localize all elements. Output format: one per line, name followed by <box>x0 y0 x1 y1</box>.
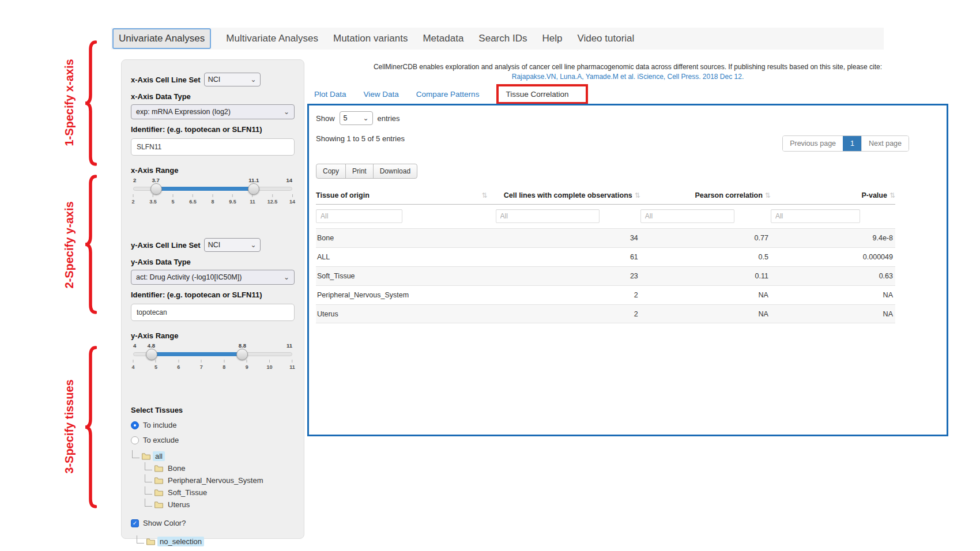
x-data-type-value: exp: mRNA Expression (log2) <box>136 108 231 116</box>
cell-observations: 2 <box>496 310 640 318</box>
y-range-label: y-Axis Range <box>131 331 295 340</box>
table-row[interactable]: Bone 34 0.77 9.4e-8 <box>316 228 895 247</box>
y-range-track[interactable] <box>133 352 292 356</box>
cell-tissue: Uterus <box>316 310 496 318</box>
sort-icon[interactable]: ⇅ <box>635 191 640 199</box>
y-range-fill <box>152 352 242 356</box>
tab-multivariate-analyses[interactable]: Multivariate Analyses <box>226 33 318 44</box>
tree-node-label: Peripheral_Nervous_System <box>165 475 265 485</box>
subtab-plot-data[interactable]: Plot Data <box>314 90 346 99</box>
subtab-view-data[interactable]: View Data <box>364 90 399 99</box>
table-row[interactable]: Peripheral_Nervous_System 2 NA NA <box>316 285 895 304</box>
tissue-correlation-panel: Show 5 ⌄ entries Showing 1 to 5 of 5 ent… <box>307 104 948 436</box>
page-length-select[interactable]: 5 ⌄ <box>340 111 373 125</box>
tissues-exclude-radio[interactable]: To exclude <box>131 436 295 444</box>
checkbox-checked-icon: ✓ <box>131 519 139 527</box>
sort-icon[interactable]: ⇅ <box>481 191 487 199</box>
y-range-handle-high[interactable] <box>236 349 248 360</box>
annotation-brace <box>84 40 97 166</box>
cell-tissue: Bone <box>316 234 496 242</box>
citation-link[interactable]: Rajapakse.VN, Luna.A, Yamade.M et al. iS… <box>307 72 948 82</box>
copy-button[interactable]: Copy <box>316 164 346 179</box>
x-data-type-select[interactable]: exp: mRNA Expression (log2) ⌄ <box>131 104 295 119</box>
column-header-p-value[interactable]: P-value ⇅ <box>771 191 895 199</box>
sort-icon[interactable]: ⇅ <box>889 191 895 199</box>
column-header-cell-lines[interactable]: Cell lines with complete observations ⇅ <box>496 191 640 199</box>
tab-help[interactable]: Help <box>542 33 562 44</box>
chevron-down-icon: ⌄ <box>363 115 368 121</box>
citation: CellMinerCDB enables exploration and ana… <box>307 62 948 82</box>
y-cell-line-set-select[interactable]: NCI ⌄ <box>204 238 261 252</box>
chevron-down-icon: ⌄ <box>251 77 257 82</box>
cell-observations: 23 <box>496 272 640 280</box>
folder-icon <box>146 538 155 545</box>
tree-node-uterus[interactable]: Uterus <box>131 500 295 510</box>
filter-pearson-input[interactable] <box>640 209 734 223</box>
tree-connector <box>145 462 152 470</box>
filter-cell-lines-input[interactable] <box>496 209 600 223</box>
filter-p-value-input[interactable] <box>771 209 861 223</box>
main-nav: Univariate Analyses Multivariate Analyse… <box>111 28 884 50</box>
x-range-slider[interactable]: 2 3.7 11.1 14 2 3.5 5 6.5 8 9.5 11 12.5 … <box>131 177 295 213</box>
x-identifier-input[interactable] <box>131 138 295 156</box>
y-identifier-input[interactable] <box>131 304 295 321</box>
tree-node-label: Soft_Tissue <box>165 488 209 497</box>
previous-page-button[interactable]: Previous page <box>783 136 843 151</box>
y-data-type-value: act: Drug Activity (-log10[IC50M]) <box>136 273 242 281</box>
tree-node-peripheral-nervous-system[interactable]: Peripheral_Nervous_System <box>131 475 295 485</box>
tree-node-all[interactable]: all <box>131 451 295 461</box>
tissue-tree: all Bone Peripheral_Nervous_System Soft_… <box>131 451 295 510</box>
tab-search-ids[interactable]: Search IDs <box>478 33 527 44</box>
y-data-type-select[interactable]: act: Drug Activity (-log10[IC50M]) ⌄ <box>131 270 295 285</box>
y-range-handle-low[interactable] <box>146 349 157 360</box>
cell-observations: 34 <box>496 234 640 242</box>
cell-observations: 61 <box>496 253 640 261</box>
tab-metadata[interactable]: Metadata <box>423 33 463 44</box>
subtab-compare-patterns[interactable]: Compare Patterns <box>416 90 480 99</box>
tree-node-no-selection[interactable]: no_selection <box>135 537 295 546</box>
result-subtabs: Plot Data View Data Compare Patterns Tis… <box>314 81 588 107</box>
cell-pearson: NA <box>640 310 771 318</box>
folder-icon <box>154 477 163 484</box>
export-buttons: Copy Print Download <box>316 164 417 179</box>
subtab-tissue-correlation[interactable]: Tissue Correlation <box>496 84 588 104</box>
table-row[interactable]: Soft_Tissue 23 0.11 0.63 <box>316 266 895 285</box>
show-color-checkbox[interactable]: ✓ Show Color? <box>131 519 295 527</box>
cell-p-value: 0.000049 <box>771 253 895 261</box>
column-header-pearson-correlation[interactable]: Pearson correlation ⇅ <box>640 191 771 199</box>
x-range-handle-low[interactable] <box>150 183 162 195</box>
x-cell-line-set-select[interactable]: NCI ⌄ <box>204 73 261 86</box>
tissues-include-radio[interactable]: To include <box>131 421 295 429</box>
print-button[interactable]: Print <box>345 164 374 179</box>
page-1-button[interactable]: 1 <box>843 136 861 151</box>
chevron-down-icon: ⌄ <box>284 109 289 115</box>
table-row[interactable]: Uterus 2 NA NA <box>316 304 895 323</box>
show-color-label: Show Color? <box>143 519 186 527</box>
folder-icon <box>142 453 150 460</box>
cell-p-value: 0.63 <box>771 272 895 280</box>
tree-connector <box>137 535 144 544</box>
tab-mutation-variants[interactable]: Mutation variants <box>333 33 408 44</box>
column-header-tissue-of-origin[interactable]: Tissue of origin ⇅ <box>316 191 496 199</box>
tab-video-tutorial[interactable]: Video tutorial <box>577 33 634 44</box>
tab-univariate-analyses[interactable]: Univariate Analyses <box>112 28 211 49</box>
cell-pearson: 0.77 <box>640 234 771 242</box>
tree-node-bone[interactable]: Bone <box>131 463 295 473</box>
annotation-step-2: 2-Specify y-axis <box>62 180 76 310</box>
column-label: Tissue of origin <box>316 191 370 199</box>
next-page-button[interactable]: Next page <box>861 136 909 151</box>
tree-node-soft-tissue[interactable]: Soft_Tissue <box>131 488 295 497</box>
y-cell-line-set-value: NCI <box>208 241 221 249</box>
tree-connector <box>145 499 152 507</box>
x-range-handle-high[interactable] <box>248 183 259 195</box>
x-range-track[interactable] <box>133 187 292 191</box>
x-range-ticks: 2 3.5 5 6.5 8 9.5 11 12.5 14 <box>133 194 292 209</box>
select-tissues-title: Select Tissues <box>131 406 295 414</box>
table-row[interactable]: ALL 61 0.5 0.000049 <box>316 247 895 266</box>
y-range-slider[interactable]: 4 4.8 8.8 11 4 5 6 7 8 9 10 11 <box>131 342 295 378</box>
chevron-down-icon: ⌄ <box>284 274 289 280</box>
filter-tissue-input[interactable] <box>316 209 402 223</box>
sort-icon[interactable]: ⇅ <box>765 191 771 199</box>
folder-icon <box>154 501 163 508</box>
download-button[interactable]: Download <box>373 164 417 179</box>
